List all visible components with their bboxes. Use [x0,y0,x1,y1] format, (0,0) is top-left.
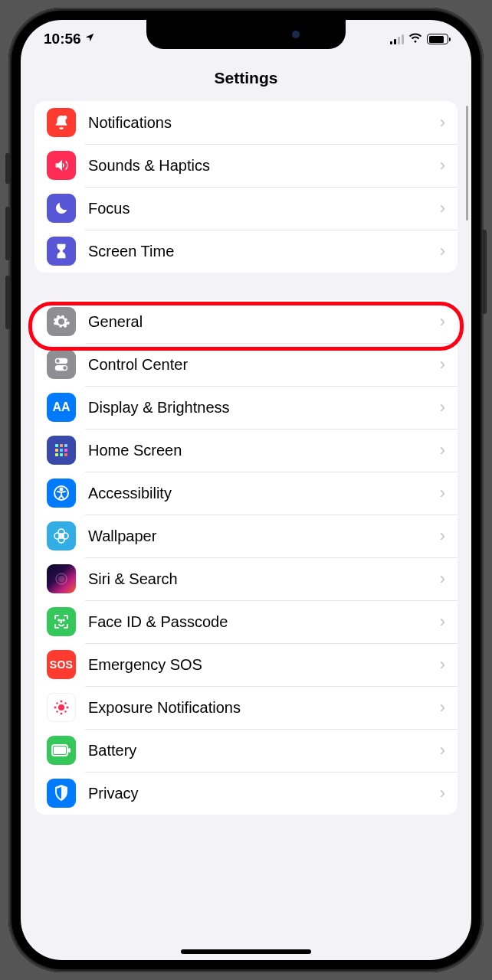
chevron-right-icon: › [440,783,445,803]
svg-point-25 [58,704,64,710]
settings-content: Notifications › Sounds & Haptics › Focus… [21,101,471,815]
svg-point-33 [64,710,66,712]
row-face-id-passcode[interactable]: Face ID & Passcode › [34,600,458,643]
home-indicator[interactable] [181,949,311,954]
row-control-center[interactable]: Control Center › [34,343,458,386]
svg-rect-10 [64,449,67,452]
svg-rect-5 [55,444,58,447]
svg-point-30 [56,702,57,704]
cellular-signal-icon [390,34,404,44]
chevron-right-icon: › [440,655,445,675]
chevron-right-icon: › [440,113,445,132]
row-label: Wallpaper [88,528,440,545]
svg-point-24 [63,619,64,621]
row-label: Emergency SOS [88,656,440,674]
row-general[interactable]: General › [34,300,458,343]
chevron-right-icon: › [440,440,445,460]
focus-icon [47,194,76,223]
svg-rect-6 [60,444,63,447]
location-icon [84,32,95,46]
row-display-brightness[interactable]: AA Display & Brightness › [34,386,458,429]
svg-rect-35 [54,746,66,754]
svg-point-15 [61,488,63,491]
row-label: Display & Brightness [88,399,440,416]
svg-point-22 [58,576,64,582]
face-id-icon [47,607,76,636]
wallpaper-icon [47,521,76,550]
svg-rect-7 [64,444,67,447]
row-focus[interactable]: Focus › [34,187,458,230]
scroll-indicator[interactable] [466,106,468,220]
general-icon [47,307,76,336]
mute-switch [5,153,10,184]
chevron-right-icon: › [440,526,445,546]
page-title: Settings [21,58,471,101]
svg-point-0 [63,116,67,120]
row-siri-search[interactable]: Siri & Search › [34,557,458,600]
chevron-right-icon: › [440,397,445,417]
phone-frame: 10:56 Settings [8,8,484,972]
side-button [482,230,487,314]
battery-icon [427,34,448,44]
svg-point-32 [56,710,57,712]
chevron-right-icon: › [440,354,445,374]
row-sounds-haptics[interactable]: Sounds & Haptics › [34,144,458,187]
home-screen-icon [47,436,76,465]
row-label: Control Center [88,356,440,374]
svg-point-31 [64,702,66,704]
row-exposure-notifications[interactable]: Exposure Notifications › [34,686,458,729]
row-battery[interactable]: Battery › [34,729,458,772]
exposure-icon [47,693,76,722]
chevron-right-icon: › [440,740,445,760]
row-label: Home Screen [88,442,440,459]
row-label: Screen Time [88,243,440,260]
privacy-icon [47,779,76,808]
svg-rect-11 [55,453,58,456]
sounds-icon [47,151,76,180]
status-time: 10:56 [44,31,81,47]
volume-up-button [5,207,10,260]
wifi-icon [408,31,422,47]
row-notifications[interactable]: Notifications › [34,101,458,144]
row-home-screen[interactable]: Home Screen › [34,429,458,472]
svg-rect-36 [68,748,71,753]
chevron-right-icon: › [440,612,445,632]
row-label: Accessibility [88,485,440,502]
svg-rect-8 [55,449,58,452]
row-label: Privacy [88,785,440,802]
chevron-right-icon: › [440,569,445,589]
siri-icon [47,564,76,593]
row-privacy[interactable]: Privacy › [34,772,458,815]
display-icon: AA [47,393,76,422]
chevron-right-icon: › [440,155,445,175]
row-label: Exposure Notifications [88,699,440,717]
chevron-right-icon: › [440,198,445,218]
volume-down-button [5,276,10,329]
svg-point-20 [62,533,68,539]
row-screen-time[interactable]: Screen Time › [34,230,458,273]
screen: 10:56 Settings [21,20,471,960]
notifications-icon [47,108,76,137]
battery-row-icon [47,736,76,765]
svg-point-27 [61,713,63,715]
control-center-icon [47,350,76,379]
svg-point-28 [54,707,57,709]
chevron-right-icon: › [440,697,445,717]
chevron-right-icon: › [440,483,445,503]
row-label: Notifications [88,114,440,132]
svg-point-2 [56,359,60,363]
svg-point-4 [63,366,67,370]
sos-icon: SOS [47,650,76,679]
svg-point-23 [58,619,60,621]
settings-section-2: General › Control Center › AA Display & … [34,300,458,815]
svg-rect-9 [60,449,63,452]
chevron-right-icon: › [440,312,445,332]
row-accessibility[interactable]: Accessibility › [34,472,458,514]
svg-rect-13 [64,453,67,456]
notch [146,20,346,49]
row-wallpaper[interactable]: Wallpaper › [34,514,458,557]
svg-rect-12 [60,453,63,456]
row-label: Face ID & Passcode [88,613,440,631]
chevron-right-icon: › [440,241,445,261]
row-emergency-sos[interactable]: SOS Emergency SOS › [34,643,458,686]
